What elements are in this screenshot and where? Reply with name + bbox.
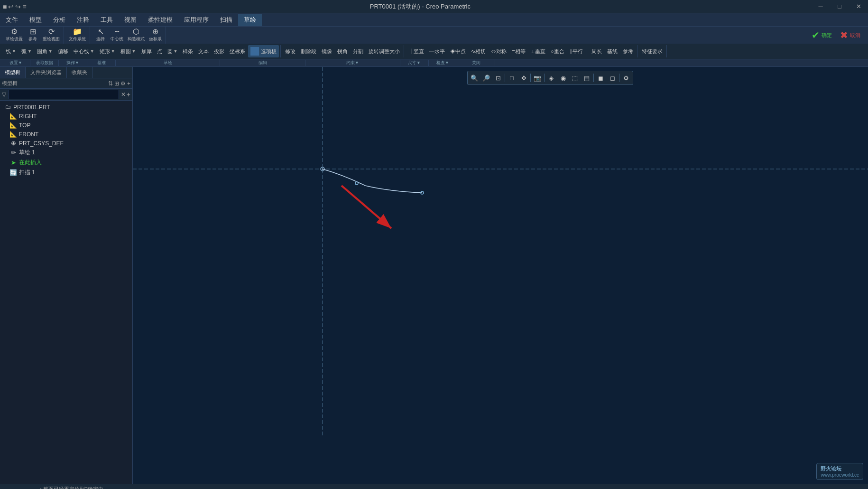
layout-icon[interactable]: ⊞: [114, 80, 119, 87]
menu-item-草绘[interactable]: 草绘: [238, 14, 262, 26]
line-button[interactable]: 线▼: [3, 45, 18, 57]
menu-item-注释[interactable]: 注释: [71, 14, 95, 26]
corner-button[interactable]: 拐角: [335, 45, 350, 57]
redraw-button[interactable]: ⟳ 重绘视图: [41, 28, 62, 43]
mirror-button[interactable]: 镜像: [319, 45, 334, 57]
tree-item-insert[interactable]: ➤ 在此插入: [0, 158, 132, 168]
menu-item-工具[interactable]: 工具: [95, 14, 119, 26]
expand-icon[interactable]: +: [127, 80, 130, 87]
construct-mode-button[interactable]: ⬡ 构造模式: [126, 28, 147, 43]
delete-segment-button[interactable]: 删除段: [298, 45, 319, 57]
palette-button[interactable]: 选项板: [248, 45, 279, 57]
tree-item-top[interactable]: 📐 TOP: [0, 121, 132, 130]
tree-item-scan1[interactable]: 🔄 扫描 1: [0, 168, 132, 178]
label-setup: 设置▼: [2, 60, 30, 66]
sketch-settings-button[interactable]: ⚙ 草绘设置: [4, 28, 25, 43]
thicken-button[interactable]: 加厚: [139, 45, 154, 57]
reference-button[interactable]: ⊞ 参考: [25, 28, 40, 43]
coincident-constraint-button[interactable]: ○重合: [548, 45, 567, 57]
tangent-constraint-button[interactable]: ∿相切: [469, 45, 488, 57]
toolbar-icon[interactable]: ≡: [22, 3, 26, 10]
reference-dim-button[interactable]: 参考: [620, 45, 636, 57]
tree-item-root[interactable]: 🗂 PRT0001.PRT: [0, 103, 132, 112]
sidebar-toolbar: 模型树 ⇅ ⊞ ⚙ +: [0, 78, 132, 89]
confirm-cancel-button[interactable]: ✖ 取消: [836, 28, 864, 42]
rectangle-button[interactable]: 矩形▼: [97, 45, 118, 57]
menu-item-柔性建模[interactable]: 柔性建模: [142, 14, 178, 26]
redo-icon[interactable]: ↪: [15, 3, 21, 10]
cursor-icon: ↖: [98, 28, 104, 36]
perpendicular-constraint-button[interactable]: ⊥垂直: [528, 45, 548, 57]
horizontal-constraint-button[interactable]: ━水平: [427, 45, 447, 57]
rotate-resize-button[interactable]: 旋转调整大小: [366, 45, 402, 57]
add-icon[interactable]: +: [127, 91, 130, 98]
centerline2-button[interactable]: 中心线▼: [71, 45, 97, 57]
main-area: 模型树 文件夹浏览器 收藏夹 模型树 ⇅ ⊞ ⚙ + ▽ ✕ + 🗂 PRT00…: [0, 67, 868, 484]
point2-button[interactable]: 点: [155, 45, 165, 57]
offset-button[interactable]: 偏移: [55, 45, 71, 57]
tab-favorites[interactable]: 收藏夹: [67, 67, 92, 78]
csys-icon: ⊕: [9, 140, 17, 147]
menu-item-模型[interactable]: 模型: [24, 14, 47, 26]
label-get-data: 获取数据: [30, 60, 59, 66]
sketch-tools-group: 线▼ 弧▼ 圆角▼ 偏移 中心线▼ 矩形▼ 椭圆▼ 加厚 点 圆▼ 样条 文本 …: [2, 45, 281, 57]
select-button[interactable]: ↖ 选择: [93, 28, 108, 43]
toolbar-section-labels: 设置▼ 获取数据 操作▼ 基准 草绘 编辑 约束▼ 尺寸▼ 检查▼ 关闭: [0, 59, 868, 67]
menu-item-视图[interactable]: 视图: [119, 14, 142, 26]
menu-item-分析[interactable]: 分析: [47, 14, 71, 26]
menubar: 文件模型分析注释工具视图柔性建模应用程序扫描草绘: [0, 13, 868, 27]
search-input[interactable]: [8, 90, 119, 99]
tree-label: 模型树: [2, 80, 18, 87]
ellipse-button[interactable]: 椭圆▼: [118, 45, 139, 57]
canvas-area[interactable]: 🔍 🔎 ⊡ □ ✥ 📷 ◈ ◉ ⬚ ▤ ◼ ◻ ⚙: [133, 67, 868, 484]
feature-require-button[interactable]: 特征要求: [639, 45, 665, 57]
part-icon: 🗂: [4, 103, 11, 111]
maximize-button[interactable]: □: [830, 0, 849, 13]
label-sketch: 草绘: [116, 60, 220, 66]
tree-item-sketch1[interactable]: ✏ 草绘 1: [0, 148, 132, 158]
tab-file-browser[interactable]: 文件夹浏览器: [26, 67, 67, 78]
menu-item-文件[interactable]: 文件: [0, 14, 24, 26]
confirm-ok-button[interactable]: ✔ 确定: [808, 28, 836, 42]
clear-search-icon[interactable]: ✕: [121, 91, 126, 98]
toolbar-group-settings: ⚙ 草绘设置 ⊞ 参考 ⟳ 重绘视图: [2, 27, 64, 44]
parallel-constraint-button[interactable]: ∥平行: [567, 45, 585, 57]
perimeter-button[interactable]: 周长: [589, 45, 604, 57]
menu-item-应用程序[interactable]: 应用程序: [178, 14, 214, 26]
symmetric-constraint-button[interactable]: ⇔对称: [489, 45, 509, 57]
vertical-constraint-button[interactable]: ┃竖直: [406, 45, 426, 57]
menu-item-扫描[interactable]: 扫描: [214, 14, 238, 26]
centerline-button[interactable]: ╌ 中心线: [109, 28, 125, 43]
tree-label-right: RIGHT: [19, 113, 129, 120]
midpoint-constraint-button[interactable]: ◈中点: [448, 45, 468, 57]
arc-button[interactable]: 弧▼: [19, 45, 34, 57]
toolbar-group-files: 📁 文件系统: [65, 27, 90, 44]
modify-button[interactable]: 修改: [283, 45, 298, 57]
toolbar: ⚙ 草绘设置 ⊞ 参考 ⟳ 重绘视图 📁 文件系统 ↖ 选择: [0, 27, 868, 59]
text-button[interactable]: 文本: [196, 45, 211, 57]
split-button[interactable]: 分割: [351, 45, 366, 57]
minimize-button[interactable]: ─: [811, 0, 830, 13]
coord2-button[interactable]: 坐标系: [227, 45, 248, 57]
tab-model-tree[interactable]: 模型树: [0, 67, 26, 78]
project-button[interactable]: 投影: [212, 45, 227, 57]
label-constraint: 约束▼: [305, 60, 400, 66]
toolbar-group-confirm: ✔ 确定 ✖ 取消: [806, 27, 866, 44]
toolbar-group-select: ↖ 选择 ╌ 中心线 ⬡ 构造模式 ⊕ 坐标系: [91, 27, 166, 44]
spline-button[interactable]: 样条: [180, 45, 195, 57]
tree-item-csys[interactable]: ⊕ PRT_CSYS_DEF: [0, 139, 132, 148]
baseline-dim-button[interactable]: 基线: [605, 45, 620, 57]
sort-icon[interactable]: ⇅: [108, 80, 113, 87]
app-icon: ■: [3, 3, 7, 10]
tree-item-front[interactable]: 📐 FRONT: [0, 130, 132, 139]
tree-item-right[interactable]: 📐 RIGHT: [0, 112, 132, 121]
equal-constraint-button[interactable]: =相等: [509, 45, 527, 57]
tree-label-sketch1: 草绘 1: [19, 149, 129, 157]
quick-access-icon[interactable]: ↩: [8, 3, 14, 10]
file-system-button[interactable]: 📁 文件系统: [67, 28, 88, 43]
close-button[interactable]: ✕: [849, 0, 868, 13]
circle-button[interactable]: 圆▼: [165, 45, 180, 57]
fillet-button[interactable]: 圆角▼: [35, 45, 55, 57]
settings-icon-sidebar[interactable]: ⚙: [120, 80, 126, 87]
coord-button[interactable]: ⊕ 坐标系: [147, 28, 164, 43]
